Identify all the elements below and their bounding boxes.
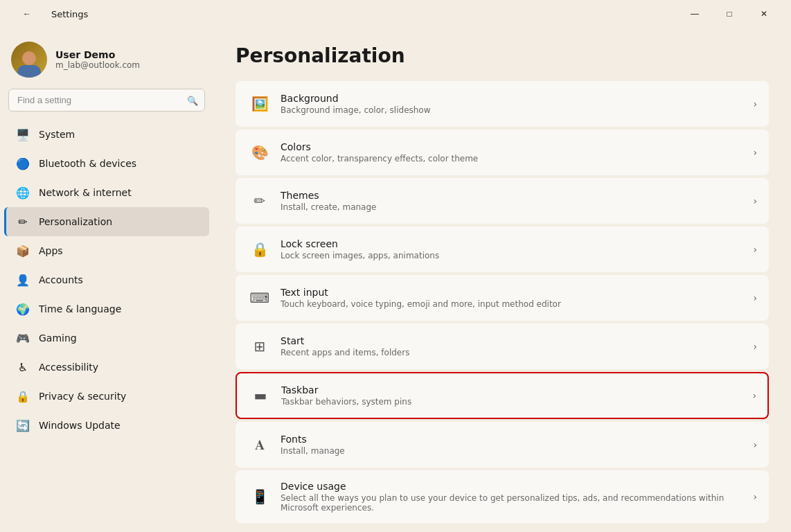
- chevron-icon-background: ›: [753, 98, 757, 109]
- sidebar-item-accounts[interactable]: 👤 Accounts: [4, 265, 209, 294]
- sidebar-item-accessibility[interactable]: ♿ Accessibility: [4, 353, 209, 382]
- settings-icon-colors: 🎨: [247, 140, 272, 165]
- chevron-icon-text-input: ›: [753, 292, 757, 303]
- nav-icon-system: 🖥️: [15, 127, 30, 142]
- settings-icon-text-input: ⌨️: [247, 285, 272, 310]
- settings-icon-themes: ✏️: [247, 188, 272, 213]
- settings-subtitle-lock-screen: Lock screen images, apps, animations: [281, 251, 747, 260]
- settings-icon-background: 🖼️: [247, 91, 272, 116]
- nav-icon-network: 🌐: [15, 185, 30, 200]
- close-button[interactable]: ✕: [748, 3, 780, 25]
- settings-title-themes: Themes: [281, 190, 747, 201]
- settings-item-colors[interactable]: 🎨 Colors Accent color, transparency effe…: [235, 130, 769, 175]
- sidebar-item-time[interactable]: 🌍 Time & language: [4, 294, 209, 323]
- nav-icon-update: 🔄: [15, 418, 30, 433]
- chevron-icon-colors: ›: [753, 147, 757, 158]
- chevron-icon-fonts: ›: [753, 439, 757, 450]
- user-profile[interactable]: User Demo m_lab@outlook.com: [0, 33, 213, 89]
- search-input[interactable]: [8, 89, 205, 112]
- sidebar-item-bluetooth[interactable]: 🔵 Bluetooth & devices: [4, 149, 209, 178]
- settings-item-device-usage[interactable]: 📱 Device usage Select all the ways you p…: [235, 470, 769, 523]
- nav-label-personalization: Personalization: [39, 216, 112, 227]
- chevron-icon-themes: ›: [753, 195, 757, 206]
- page-title: Personalization: [235, 44, 769, 67]
- nav-label-accounts: Accounts: [39, 274, 83, 285]
- settings-subtitle-fonts: Install, manage: [281, 446, 747, 456]
- settings-title-background: Background: [281, 93, 747, 104]
- minimize-button[interactable]: —: [679, 3, 711, 25]
- nav-icon-accessibility: ♿: [15, 360, 30, 375]
- settings-subtitle-background: Background image, color, slideshow: [281, 105, 747, 115]
- back-button[interactable]: ←: [11, 3, 43, 25]
- settings-icon-lock-screen: 🔒: [247, 237, 272, 262]
- title-bar: ← Settings — □ ✕: [0, 0, 791, 28]
- nav-label-apps: Apps: [39, 245, 63, 256]
- chevron-icon-lock-screen: ›: [753, 244, 757, 255]
- settings-item-taskbar[interactable]: ▬ Taskbar Taskbar behaviors, system pins…: [235, 372, 769, 419]
- nav-icon-privacy: 🔒: [15, 389, 30, 404]
- nav-icon-gaming: 🎮: [15, 330, 30, 346]
- settings-subtitle-themes: Install, create, manage: [281, 202, 747, 212]
- settings-title-start: Start: [281, 335, 747, 346]
- nav-list: 🖥️ System 🔵 Bluetooth & devices 🌐 Networ…: [0, 120, 213, 440]
- nav-icon-apps: 📦: [15, 243, 30, 258]
- nav-label-gaming: Gaming: [39, 332, 77, 344]
- chevron-icon-start: ›: [753, 341, 757, 352]
- sidebar-item-apps[interactable]: 📦 Apps: [4, 236, 209, 265]
- settings-subtitle-taskbar: Taskbar behaviors, system pins: [281, 397, 747, 407]
- nav-label-accessibility: Accessibility: [39, 362, 98, 373]
- settings-subtitle-colors: Accent color, transparency effects, colo…: [281, 154, 747, 163]
- sidebar-item-network[interactable]: 🌐 Network & internet: [4, 178, 209, 207]
- sidebar: User Demo m_lab@outlook.com 🔍 🖥️ System …: [0, 28, 213, 532]
- nav-icon-personalization: ✏️: [15, 214, 30, 229]
- chevron-icon-taskbar: ›: [752, 390, 756, 401]
- window-controls: — □ ✕: [679, 3, 780, 25]
- nav-label-update: Windows Update: [39, 420, 121, 431]
- app-title: Settings: [51, 9, 88, 19]
- settings-subtitle-text-input: Touch keyboard, voice typing, emoji and …: [281, 299, 747, 309]
- settings-item-fonts[interactable]: 𝐀 Fonts Install, manage ›: [235, 422, 769, 468]
- nav-label-system: System: [39, 129, 75, 140]
- settings-item-start[interactable]: ⊞ Start Recent apps and items, folders ›: [235, 323, 769, 369]
- search-box: 🔍: [8, 89, 205, 112]
- settings-item-text-input[interactable]: ⌨️ Text input Touch keyboard, voice typi…: [235, 275, 769, 321]
- search-icon: 🔍: [187, 95, 198, 105]
- settings-title-device-usage: Device usage: [281, 481, 747, 492]
- settings-subtitle-start: Recent apps and items, folders: [281, 348, 747, 357]
- settings-item-background[interactable]: 🖼️ Background Background image, color, s…: [235, 81, 769, 127]
- nav-label-network: Network & internet: [39, 187, 132, 198]
- sidebar-item-system[interactable]: 🖥️ System: [4, 120, 209, 149]
- settings-icon-device-usage: 📱: [247, 484, 272, 509]
- settings-title-taskbar: Taskbar: [281, 384, 747, 396]
- nav-icon-bluetooth: 🔵: [15, 156, 30, 171]
- user-email: m_lab@outlook.com: [55, 60, 140, 70]
- nav-label-privacy: Privacy & security: [39, 391, 126, 402]
- nav-icon-accounts: 👤: [15, 272, 30, 287]
- settings-icon-start: ⊞: [247, 334, 272, 359]
- settings-item-lock-screen[interactable]: 🔒 Lock screen Lock screen images, apps, …: [235, 227, 769, 272]
- nav-label-time: Time & language: [39, 303, 121, 314]
- sidebar-item-update[interactable]: 🔄 Windows Update: [4, 411, 209, 440]
- user-name: User Demo: [55, 49, 140, 60]
- sidebar-item-gaming[interactable]: 🎮 Gaming: [4, 323, 209, 353]
- sidebar-item-personalization[interactable]: ✏️ Personalization: [4, 207, 209, 236]
- avatar: [11, 42, 47, 78]
- back-icon: ←: [23, 9, 31, 19]
- settings-icon-taskbar: ▬: [248, 383, 273, 408]
- nav-label-bluetooth: Bluetooth & devices: [39, 158, 136, 169]
- maximize-button[interactable]: □: [713, 3, 745, 25]
- nav-icon-time: 🌍: [15, 301, 30, 317]
- settings-list: 🖼️ Background Background image, color, s…: [235, 81, 769, 523]
- settings-title-colors: Colors: [281, 141, 747, 152]
- chevron-icon-device-usage: ›: [753, 491, 757, 502]
- settings-subtitle-device-usage: Select all the ways you plan to use your…: [281, 493, 747, 513]
- main-content: Personalization 🖼️ Background Background…: [213, 28, 791, 532]
- settings-icon-fonts: 𝐀: [247, 432, 272, 457]
- settings-title-lock-screen: Lock screen: [281, 238, 747, 249]
- sidebar-item-privacy[interactable]: 🔒 Privacy & security: [4, 382, 209, 411]
- settings-title-text-input: Text input: [281, 287, 747, 298]
- settings-item-themes[interactable]: ✏️ Themes Install, create, manage ›: [235, 178, 769, 224]
- settings-title-fonts: Fonts: [281, 434, 747, 445]
